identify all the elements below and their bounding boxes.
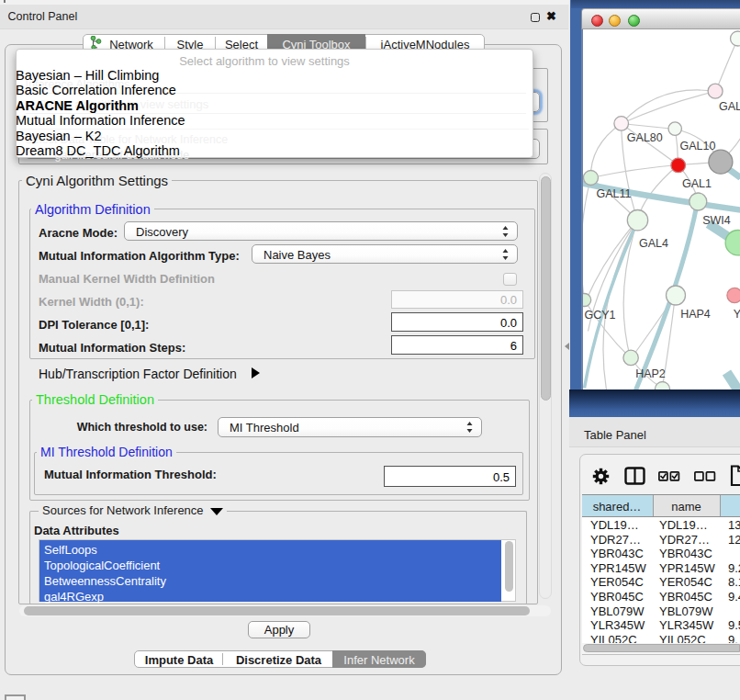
svg-text:SWI4: SWI4 xyxy=(702,214,731,227)
svg-text:GAL: GAL xyxy=(718,99,740,112)
svg-text:HAP2: HAP2 xyxy=(635,367,666,379)
svg-text:GAL80: GAL80 xyxy=(626,131,662,144)
svg-text:GCY1: GCY1 xyxy=(584,309,615,322)
svg-text:Y: Y xyxy=(733,308,740,321)
svg-text:GAL4: GAL4 xyxy=(639,236,668,249)
svg-text:GAL11: GAL11 xyxy=(596,187,631,200)
svg-text:HAP4: HAP4 xyxy=(680,308,711,321)
svg-text:GAL10: GAL10 xyxy=(679,139,715,152)
svg-text:GAL1: GAL1 xyxy=(682,176,712,189)
